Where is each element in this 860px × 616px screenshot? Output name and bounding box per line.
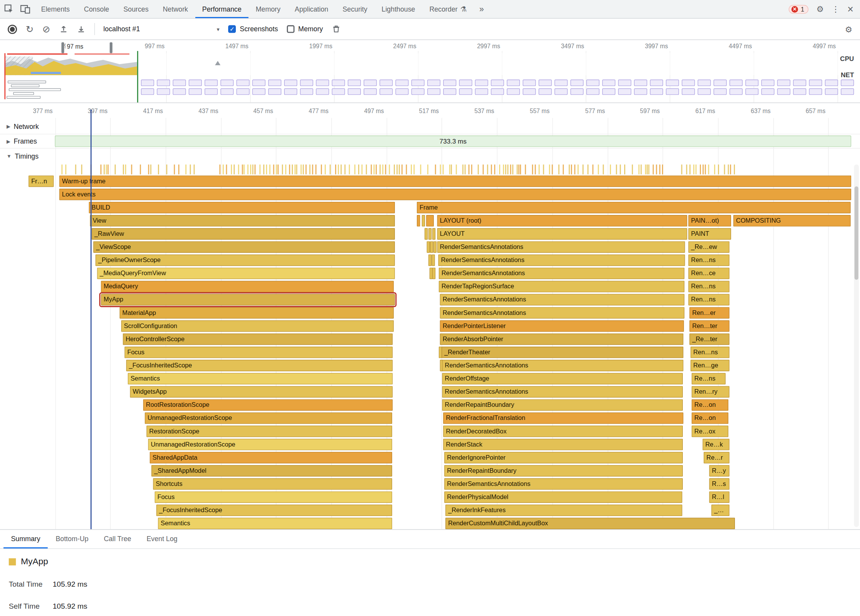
flame-bar-fragment[interactable] — [433, 241, 437, 253]
overview-selection-end[interactable] — [137, 51, 138, 103]
flame-bar[interactable]: R…s — [709, 478, 730, 490]
flame-bar[interactable]: Re…ns — [692, 373, 726, 384]
tab-performance[interactable]: Performance — [195, 0, 249, 18]
flame-bar[interactable]: _RenderInkFeatures — [445, 504, 682, 516]
flame-bar[interactable]: MaterialApp — [120, 307, 394, 319]
window-left-handle[interactable] — [61, 42, 64, 53]
flame-bar[interactable]: RenderPointerListener — [440, 320, 684, 332]
flame-bar[interactable]: Ren…ns — [691, 347, 730, 358]
flame-bar[interactable]: _PipelineOwnerScope — [95, 254, 395, 266]
flame-bar[interactable]: MediaQuery — [101, 281, 394, 293]
flame-bar[interactable]: Ren…ter — [689, 320, 730, 332]
flame-bar[interactable]: Ren…er — [689, 307, 730, 319]
record-button[interactable] — [8, 24, 17, 34]
flame-bar[interactable]: RenderStack — [443, 439, 683, 450]
flame-bar-fragment[interactable] — [432, 254, 435, 266]
tab-security[interactable]: Security — [335, 0, 374, 18]
flame-bar[interactable]: RenderRepaintBoundary — [444, 465, 683, 477]
tab-network[interactable]: Network — [156, 0, 195, 18]
trash-icon[interactable] — [332, 25, 340, 34]
flame-bar[interactable]: SharedAppData — [150, 452, 392, 464]
flame-bar[interactable]: RenderSemanticsAnnotations — [437, 241, 685, 253]
flame-bar[interactable]: HeroControllerScope — [123, 333, 393, 345]
flame-bar-fragment[interactable] — [422, 215, 425, 227]
scrollbar-thumb[interactable] — [855, 186, 858, 280]
flame-chart[interactable]: Fr…nWarm-up frameLock eventsBUILDFrameVi… — [0, 163, 860, 529]
bottom-tab-summary[interactable]: Summary — [3, 530, 48, 548]
flame-bar-fragment[interactable] — [417, 215, 420, 227]
tab-sources[interactable]: Sources — [116, 0, 156, 18]
close-devtools-icon[interactable]: × — [847, 4, 853, 14]
flame-bar[interactable]: RenderPhysicalModel — [444, 491, 682, 503]
window-right-handle[interactable] — [110, 42, 112, 53]
flame-bar[interactable]: Ren…ce — [688, 267, 730, 279]
flame-bar[interactable]: _SharedAppModel — [151, 465, 392, 477]
flame-bar[interactable]: ScrollConfiguration — [121, 320, 394, 332]
flame-bar[interactable]: RenderAbsorbPointer — [440, 333, 684, 345]
flame-bar[interactable]: RenderSemanticsAnnotations — [442, 386, 683, 398]
load-profile-icon[interactable] — [59, 25, 68, 34]
flame-bar[interactable]: RenderRepaintBoundary — [442, 399, 683, 411]
timeline-main[interactable]: 377 ms397 ms417 ms437 ms457 ms477 ms497 … — [0, 103, 860, 529]
flame-bar[interactable]: Ren…ns — [688, 281, 730, 293]
tab-lighthouse[interactable]: Lighthouse — [374, 0, 422, 18]
flame-bar-fragment[interactable] — [428, 228, 432, 240]
flame-bar-fragment[interactable] — [425, 228, 428, 240]
flame-bar[interactable]: _Re…ew — [688, 241, 730, 253]
flame-bar[interactable]: Ren…ry — [692, 386, 730, 398]
flame-bar[interactable]: Fr…n — [29, 176, 54, 187]
flame-bar[interactable]: Frame — [417, 202, 851, 213]
playhead-line[interactable] — [90, 110, 91, 529]
flame-bar[interactable]: RenderSemanticsAnnotations — [438, 254, 685, 266]
network-track-header[interactable]: ▶ Network — [0, 120, 860, 134]
flame-bar[interactable]: RenderSemanticsAnnotations — [442, 360, 683, 371]
tab-memory[interactable]: Memory — [249, 0, 288, 18]
flame-bar[interactable]: COMPOSITING — [733, 215, 851, 227]
flame-bar[interactable]: LAYOUT (root) — [437, 215, 687, 227]
flame-bar[interactable]: RenderSemanticsAnnotations — [439, 267, 685, 279]
frames-track-header[interactable]: ▶ Frames 733.3 ms — [0, 134, 860, 149]
bottom-tab-call-tree[interactable]: Call Tree — [96, 530, 139, 548]
more-tabs-button[interactable]: » — [474, 0, 489, 18]
flame-bar[interactable]: Re…on — [692, 413, 728, 424]
flame-bar[interactable]: UnmanagedRestorationScope — [148, 439, 392, 450]
flame-bar-fragment[interactable] — [430, 241, 433, 253]
capture-settings-gear-icon[interactable]: ⚙ — [845, 25, 852, 33]
frame-duration-bar[interactable]: 733.3 ms — [55, 135, 851, 147]
flame-bar-fragment[interactable] — [426, 215, 434, 227]
flame-bar[interactable]: Warm-up frame — [59, 176, 851, 187]
error-badge[interactable]: ✕ 1 — [789, 5, 809, 14]
flame-bar[interactable]: Focus — [155, 491, 392, 503]
flame-bar[interactable]: LAYOUT — [437, 228, 687, 240]
flame-bar[interactable]: RenderSemanticsAnnotations — [440, 294, 685, 306]
save-profile-icon[interactable] — [76, 25, 85, 34]
flame-bar-fragment[interactable] — [427, 241, 430, 253]
tab-recorder[interactable]: Recorder⚗ — [422, 0, 474, 18]
flame-bar[interactable]: Lock events — [59, 189, 851, 200]
screenshots-checkbox-group[interactable]: ✓ Screenshots — [228, 25, 278, 33]
flame-bar[interactable]: RestorationScope — [146, 426, 392, 437]
flame-bar-fragment[interactable] — [432, 267, 436, 279]
clear-icon[interactable]: ⊘ — [42, 24, 50, 34]
flame-bar[interactable]: Ren…ge — [691, 360, 730, 371]
flame-bar[interactable]: _ViewScope — [93, 241, 395, 253]
flame-bar[interactable]: WidgetsApp — [130, 386, 393, 398]
profile-select[interactable]: localhost #1 ▾ — [103, 25, 220, 33]
bottom-tab-bottom-up[interactable]: Bottom-Up — [48, 530, 96, 548]
memory-checkbox[interactable] — [287, 25, 295, 33]
flame-bar[interactable]: MyApp — [101, 294, 395, 306]
flame-bar[interactable]: RenderTapRegionSurface — [439, 281, 685, 293]
flame-bar[interactable]: _Re…ter — [689, 333, 730, 345]
flame-bar[interactable]: R…y — [709, 465, 730, 477]
flame-bar[interactable]: RenderCustomMultiChildLayoutBox — [445, 518, 735, 529]
flame-bar[interactable]: R…l — [709, 491, 730, 503]
tab-elements[interactable]: Elements — [34, 0, 77, 18]
flame-bar[interactable]: _MediaQueryFromView — [97, 267, 395, 279]
flame-bar[interactable]: Ren…ns — [688, 254, 730, 266]
flame-bar[interactable]: _RawView — [91, 228, 395, 240]
flame-bar[interactable]: Re…on — [692, 399, 728, 411]
memory-checkbox-group[interactable]: Memory — [287, 25, 323, 33]
flame-bar[interactable]: _RenderTheater — [442, 347, 684, 358]
bottom-tab-event-log[interactable]: Event Log — [139, 530, 185, 548]
flame-bar[interactable]: RenderOffstage — [442, 373, 683, 384]
